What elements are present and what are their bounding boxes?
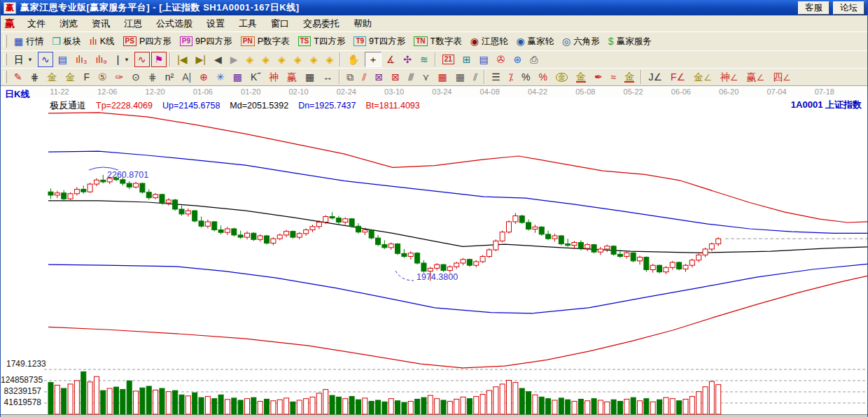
angle-j-icon[interactable]: J∠: [645, 69, 666, 85]
t-square-button[interactable]: TST四方形: [295, 34, 349, 49]
bars-3-tool-icon[interactable]: ılı₃: [72, 52, 91, 67]
quotes-button[interactable]: ▦行情: [10, 34, 47, 49]
angle-measure-tool-icon[interactable]: ∡: [383, 52, 399, 67]
fan-lines-red-icon[interactable]: ⫽: [358, 69, 370, 85]
angle-gold-icon[interactable]: 金∠: [690, 69, 715, 85]
grid-arrow-icon[interactable]: ▦: [452, 69, 468, 85]
ying-scale-icon[interactable]: 赢: [284, 69, 300, 85]
plain-scale-icon[interactable]: ⋕: [145, 69, 160, 85]
angle-shen-icon[interactable]: 神∠: [717, 69, 742, 85]
web-tool-icon[interactable]: ⊛: [510, 52, 526, 67]
9p-square-button[interactable]: P99P四方形: [176, 34, 236, 49]
goto-first-icon[interactable]: |◀: [174, 52, 190, 67]
9t-square-button[interactable]: T99T四方形: [350, 34, 409, 49]
candle-style-dropdown-icon[interactable]: ∣▼: [112, 52, 133, 67]
shen-scale-icon[interactable]: 神: [265, 69, 282, 85]
page-right-icon[interactable]: ▶: [227, 52, 241, 67]
menu-item-file[interactable]: 文件: [20, 15, 52, 32]
n2-scale-icon[interactable]: n²: [162, 69, 177, 85]
kline-style-dropdown-dropdown-arrow[interactable]: ▼: [27, 57, 33, 63]
menu-item-settings[interactable]: 设置: [200, 15, 232, 32]
wave-tool-icon[interactable]: ≈: [608, 69, 620, 85]
menu-item-browse[interactable]: 浏览: [52, 15, 85, 32]
customer-service-button[interactable]: 客服: [798, 1, 830, 15]
flag-chart-tool-icon[interactable]: ⚑: [151, 52, 167, 67]
kline-style-dropdown-icon[interactable]: 日▼: [10, 52, 36, 67]
angle-ying-icon[interactable]: 赢∠: [743, 69, 768, 85]
gann-shape-purple-icon[interactable]: ✣: [400, 52, 415, 67]
winner-service-button[interactable]: $赢家服务: [605, 34, 655, 49]
f-scale-icon[interactable]: F: [80, 69, 93, 85]
calculator-tool-icon[interactable]: ⊞: [459, 52, 475, 67]
diamond-arrow-h-icon[interactable]: ◈: [274, 52, 289, 67]
pencil-tool-icon[interactable]: ✎: [10, 69, 26, 85]
diamond-arrow-cross-icon[interactable]: ◈: [322, 52, 337, 67]
v-lines-icon[interactable]: ⋎: [419, 69, 433, 85]
k-quote-icon[interactable]: K˝: [247, 69, 264, 85]
forum-button[interactable]: 论坛: [833, 1, 864, 15]
diamond-arrow-x-icon[interactable]: ◈: [290, 52, 305, 67]
pattern-grid-box-icon[interactable]: ▩: [230, 69, 246, 85]
goto-last-icon[interactable]: ▶|: [192, 52, 209, 67]
angle-si-icon[interactable]: 四∠: [769, 69, 794, 85]
gold-line-icon[interactable]: 金: [573, 69, 589, 85]
angle-f-icon[interactable]: F∠: [667, 69, 689, 85]
gann-wheel-button[interactable]: ◉江恩轮: [467, 34, 512, 49]
angle-lines-icon[interactable]: ⫻: [405, 69, 417, 85]
fan-box-purple-icon[interactable]: ⊠: [371, 69, 386, 85]
menu-item-formula-stock-pick[interactable]: 公式选股: [149, 15, 200, 32]
box-tool-icon[interactable]: ⧉: [343, 69, 357, 85]
gold-scale-2-icon[interactable]: 金: [62, 69, 78, 85]
width-measure-icon[interactable]: ↔: [319, 69, 336, 85]
grid-red-icon[interactable]: ▦: [435, 69, 451, 85]
menu-item-help[interactable]: 帮助: [346, 15, 379, 32]
menu-item-window[interactable]: 窗口: [264, 15, 296, 32]
star-blue-icon[interactable]: ✳: [213, 69, 228, 85]
gold-underline-red-icon[interactable]: 金: [621, 69, 638, 85]
p-number-table-button[interactable]: PNP数字表: [237, 34, 293, 49]
spiral-5-icon[interactable]: ⑤: [94, 69, 111, 85]
zigzag-pattern-blue-icon[interactable]: ∿: [38, 52, 53, 67]
t-number-table-button[interactable]: TNT数字表: [410, 34, 465, 49]
zigzag-pattern-red-icon[interactable]: ∿: [134, 52, 150, 67]
p-square-button[interactable]: PSP四方形: [120, 34, 175, 49]
pattern-teal-icon[interactable]: ≋: [416, 52, 432, 67]
parallel-lines-icon[interactable]: ⫽: [470, 69, 481, 85]
diamond-arrow-right-icon[interactable]: ◈: [258, 52, 273, 67]
compass-red-icon[interactable]: ⊕: [196, 69, 211, 85]
clock-scale-icon[interactable]: ⊙: [128, 69, 144, 85]
print-tool-icon[interactable]: ⎙: [526, 52, 541, 67]
info-note-icon[interactable]: ▤: [55, 52, 71, 67]
rocket-scale-icon[interactable]: ✑: [112, 69, 127, 85]
percent-line-icon[interactable]: ⁒: [505, 69, 517, 85]
menu-item-news[interactable]: 资讯: [85, 15, 117, 32]
calendar-tool-icon[interactable]: 21: [439, 52, 458, 67]
menu-item-gann[interactable]: 江恩: [117, 15, 149, 32]
notes-tool-icon[interactable]: ▤: [476, 52, 492, 67]
winner-wheel-button[interactable]: ◉赢家轮: [512, 34, 557, 49]
brush-tool-icon[interactable]: ✒: [591, 69, 606, 85]
scale-hash-icon[interactable]: ⋕: [27, 69, 43, 85]
candle-style-dropdown-dropdown-arrow[interactable]: ▼: [124, 57, 130, 63]
diamond-arrow-left-icon[interactable]: ◈: [243, 52, 258, 67]
kline-button[interactable]: ılıK线: [86, 34, 118, 49]
page-left-icon[interactable]: ◀: [211, 52, 225, 67]
hexagon-button[interactable]: ◎六角形: [559, 34, 603, 49]
percent-red-icon[interactable]: %: [536, 69, 551, 85]
bars-9-tool-icon[interactable]: ılı₉: [92, 52, 110, 67]
menu-item-trade-order[interactable]: 交易委托: [296, 15, 346, 32]
diamond-arrow-star-icon[interactable]: ◈: [307, 52, 321, 67]
percent-icon[interactable]: %: [518, 69, 533, 85]
crosshair-tool-icon[interactable]: ＋: [365, 52, 382, 67]
price-scale-tool-icon[interactable]: ☰: [488, 69, 504, 85]
menu-item-tools[interactable]: 工具: [232, 15, 264, 32]
fan-box-red-icon[interactable]: ⊠: [388, 69, 403, 85]
gold-scale-1-icon[interactable]: 金: [43, 69, 60, 85]
angle-snap-icon[interactable]: A|: [178, 69, 195, 85]
save-tool-icon[interactable]: ✇: [493, 52, 509, 67]
sectors-button[interactable]: ❒板块: [48, 34, 85, 49]
ruler-123-icon[interactable]: ▦: [302, 69, 318, 85]
gold-circle-icon[interactable]: 金: [552, 69, 571, 85]
chart-canvas[interactable]: [1, 98, 868, 415]
hand-tool-icon[interactable]: ✋: [344, 52, 363, 67]
